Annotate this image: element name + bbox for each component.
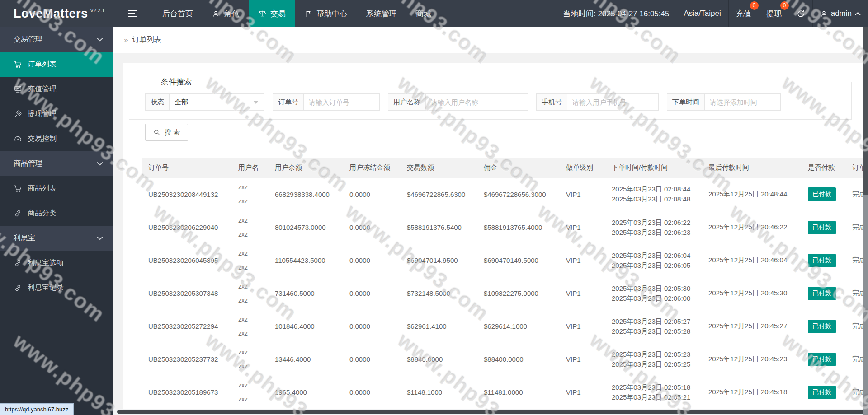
col-last-pay-time: 最后付款时间: [702, 158, 801, 178]
nav-item-recharge[interactable]: 充值 0: [728, 0, 759, 27]
username: admin: [831, 9, 852, 18]
cell-order-time: 2025年03月23日 02:06:222025年03月23日 02:06:23: [605, 211, 702, 244]
sidebar-item-label: 利息宝记录: [28, 283, 64, 293]
nav-item-trade[interactable]: 交易: [249, 0, 295, 27]
cell-frozen: 0.0000: [343, 211, 400, 244]
app-title: LoveMatters: [14, 7, 88, 21]
search-legend: 条件搜索: [156, 77, 196, 87]
cell-amount: $1148.1000: [400, 376, 477, 409]
phone-input[interactable]: [567, 93, 659, 111]
col-commission: 佣金: [477, 158, 559, 178]
sidebar-group-interest[interactable]: 利息宝: [0, 226, 113, 251]
cell-paid: 已付款: [801, 343, 845, 376]
cell-paid: 已付款: [801, 277, 845, 310]
cell-level: VIP1: [559, 343, 605, 376]
chevron-down-icon: [97, 162, 103, 166]
search-button[interactable]: 搜 索: [145, 124, 188, 141]
user-menu[interactable]: admin: [812, 0, 868, 27]
vertical-scrollbar[interactable]: [863, 27, 868, 415]
cell-order-no: UB2503230206229040: [142, 211, 231, 244]
table-row: UB2503230206229040 zxzzxz 801024573.0000…: [142, 211, 863, 244]
cart-icon: [14, 184, 22, 193]
cell-level: VIP1: [559, 277, 605, 310]
cell-amount: $62961.4100: [400, 310, 477, 343]
user-icon: [820, 10, 828, 18]
nav-item-label: 帮助中心: [316, 9, 347, 19]
sidebar-item-label: 充值管理: [28, 84, 57, 94]
col-frozen: 用户冻结金额: [343, 158, 400, 178]
sidebar-toggle-button[interactable]: [113, 0, 153, 27]
paid-badge: 已付款: [808, 287, 836, 300]
billboard-icon: [14, 85, 22, 93]
table-row: UB2503230206045895 zxzzxz 110554423.5000…: [142, 244, 863, 277]
cell-commission: $109822275.0000: [477, 277, 559, 310]
sidebar-item-interest-records[interactable]: 利息宝记录: [0, 275, 113, 300]
cell-order-no: UB2503230206045895: [142, 244, 231, 277]
col-order-time: 下单时间/付款时间: [605, 158, 702, 178]
cell-frozen: 0.0000: [343, 343, 400, 376]
vertical-scrollbar-thumb[interactable]: [863, 27, 868, 195]
order-no-label: 订单号: [273, 93, 304, 111]
sidebar-group-goods[interactable]: 商品管理: [0, 151, 113, 176]
order-time-label: 下单时间: [667, 93, 705, 111]
cell-balance: 13446.4000: [268, 343, 343, 376]
cell-order-no: UB2503230205237732: [142, 343, 231, 376]
order-time-input[interactable]: [705, 93, 781, 111]
sidebar-item-goods-list[interactable]: 商品列表: [0, 176, 113, 201]
hamburger-icon: [128, 10, 137, 17]
cell-paid: 已付款: [801, 244, 845, 277]
horizontal-scrollbar[interactable]: [113, 409, 868, 415]
cell-amount: $8840.0000: [400, 343, 477, 376]
sidebar-item-recharge-mgmt[interactable]: 充值管理: [0, 77, 113, 102]
table-row: UB2503230205272294 zxzzxz 101846.4000 0.…: [142, 310, 863, 343]
nav-item-help[interactable]: 帮助中心: [295, 0, 357, 27]
cell-order-time: 2025年03月23日 02:05:272025年03月23日 02:05:28: [605, 310, 702, 343]
navbar-right: 当地时间: 2025-04-27 16:05:45 Asia/Taipei 充值…: [556, 0, 868, 27]
nav-item-label: 交易: [270, 9, 286, 19]
cell-order-time: 2025年03月23日 02:05:232025年03月23日 02:05:25: [605, 343, 702, 376]
status-select[interactable]: 全部: [170, 93, 264, 111]
sidebar-item-order-list[interactable]: 订单列表: [0, 52, 113, 77]
sidebar-group-trade[interactable]: 交易管理: [0, 27, 113, 52]
sidebar-item-interest-options[interactable]: 利息宝选项: [0, 251, 113, 275]
cell-username: zxzzxz: [231, 277, 268, 310]
paid-badge: 已付款: [808, 254, 836, 267]
cell-last-pay-time: 2025年12月25日 20:48:44: [702, 178, 801, 211]
nav-item-withdraw[interactable]: 提现 0: [759, 0, 789, 27]
order-no-input[interactable]: [304, 93, 380, 111]
cell-balance: 731460.5000: [268, 277, 343, 310]
sidebar-item-trade-control[interactable]: 交易控制: [0, 126, 113, 151]
nav-item-roles[interactable]: 角色: [203, 0, 249, 27]
withdraw-badge: 0: [780, 1, 789, 10]
horizontal-scrollbar-thumb[interactable]: [117, 410, 866, 414]
user-name-input[interactable]: [426, 93, 528, 111]
nav-item-mall[interactable]: 商城: [406, 0, 441, 27]
cell-username: zxzzxz: [231, 244, 268, 277]
cell-last-pay-time: 2025年12月25日 20:45:27: [702, 310, 801, 343]
user-icon: [212, 10, 220, 18]
cell-commission: $690470149.5000: [477, 244, 559, 277]
cell-paid: 已付款: [801, 376, 845, 409]
col-amount: 交易数额: [400, 158, 477, 178]
flag-icon: [305, 10, 312, 18]
orders-table: 订单号 用户名 用户余额 用户冻结金额 交易数额 佣金 做单级别 下单时间/付款…: [142, 158, 863, 409]
order-time-filter: 下单时间: [667, 93, 781, 111]
sidebar-item-label: 商品列表: [28, 184, 57, 193]
search-fieldset: 条件搜索 状态 全部 订单号 用户名称: [129, 77, 852, 120]
paid-badge: 已付款: [808, 320, 836, 333]
sidebar-item-goods-category[interactable]: 商品分类: [0, 201, 113, 226]
cell-level: VIP1: [559, 376, 605, 409]
cell-order-time: 2025年03月23日 02:05:302025年03月23日 02:06:00: [605, 277, 702, 310]
sidebar-item-withdraw-mgmt[interactable]: 提现管理: [0, 102, 113, 126]
orders-tbody: UB2503230208449132 zxzzxz 6682938338.400…: [142, 178, 863, 409]
cell-paid: 已付款: [801, 310, 845, 343]
nav-item-home[interactable]: 后台首页: [153, 0, 203, 27]
breadcrumb-marker: »: [124, 36, 128, 45]
nav-item-system[interactable]: 系统管理: [357, 0, 406, 27]
refresh-button[interactable]: [789, 0, 812, 27]
cell-last-pay-time: 2025年12月25日 20:46:22: [702, 211, 801, 244]
cell-status: 完成付款: [845, 343, 863, 376]
cell-order-no: UB2503230205272294: [142, 310, 231, 343]
recharge-label: 充值: [736, 9, 751, 19]
cell-balance: 6682938338.4000: [268, 178, 343, 211]
